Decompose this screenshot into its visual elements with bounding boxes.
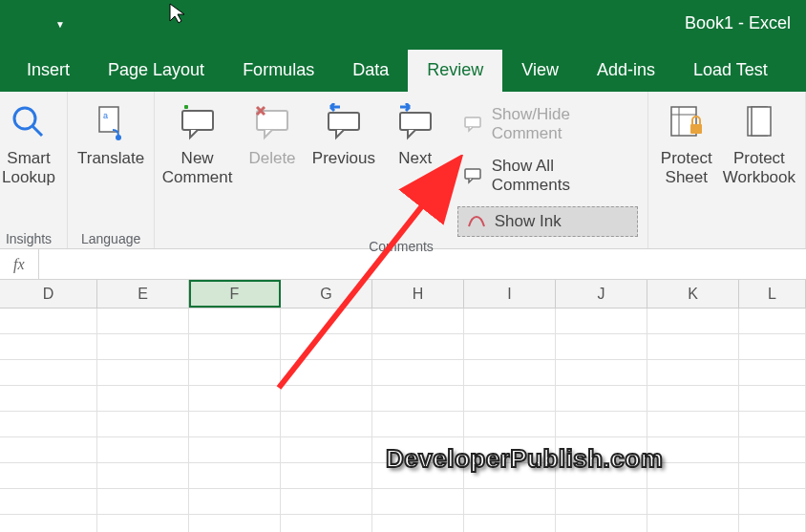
svg-rect-6: [257, 111, 287, 130]
svg-point-0: [14, 108, 35, 129]
tab-formulas[interactable]: Formulas: [223, 50, 333, 92]
title-bar: ▼ Book1 - Excel: [0, 0, 806, 46]
app-title: Book1 - Excel: [685, 13, 791, 33]
table-row[interactable]: [0, 412, 806, 437]
svg-rect-7: [329, 113, 359, 130]
group-language-label: Language: [77, 229, 144, 246]
group-changes-label: [658, 245, 795, 246]
next-label: Next: [398, 149, 432, 168]
show-all-comments-button[interactable]: Show All Comments: [457, 155, 638, 197]
new-comment-icon: [177, 101, 219, 143]
svg-point-4: [116, 135, 121, 140]
smart-lookup-label: Smart Lookup: [2, 149, 55, 188]
svg-rect-10: [465, 169, 480, 179]
table-row[interactable]: [0, 334, 806, 360]
table-row[interactable]: [0, 463, 806, 489]
translate-button[interactable]: a Translate: [77, 97, 144, 168]
group-insights-label: Insights: [0, 229, 57, 246]
col-header-h[interactable]: H: [372, 280, 464, 308]
translate-icon: a: [90, 101, 132, 143]
grid-rows-container: [0, 309, 806, 532]
qat-dropdown-icon[interactable]: ▼: [55, 19, 65, 30]
ink-icon: [466, 211, 487, 232]
table-row[interactable]: [0, 489, 806, 515]
svg-rect-16: [752, 107, 771, 136]
translate-label: Translate: [77, 149, 144, 168]
show-hide-comment-button: Show/Hide Comment: [457, 103, 638, 145]
show-ink-label: Show Ink: [495, 212, 562, 231]
fx-icon[interactable]: fx: [0, 249, 39, 279]
tab-data[interactable]: Data: [333, 50, 408, 92]
table-row[interactable]: [0, 309, 806, 334]
svg-rect-9: [465, 117, 480, 127]
formula-input[interactable]: [39, 257, 806, 272]
delete-icon: [251, 101, 293, 143]
ribbon: Smart Lookup Insights a Translate Langua…: [0, 92, 806, 249]
svg-line-1: [32, 126, 42, 136]
new-comment-label: New Comment: [162, 149, 233, 188]
ribbon-tabs: Insert Page Layout Formulas Data Review …: [0, 46, 806, 92]
protect-sheet-button[interactable]: Protect Sheet: [658, 97, 715, 188]
new-comment-button[interactable]: New Comment: [164, 97, 230, 188]
svg-rect-14: [690, 124, 702, 134]
col-header-d[interactable]: D: [0, 280, 97, 308]
tab-pagelayout[interactable]: Page Layout: [89, 50, 223, 92]
tab-addins[interactable]: Add-ins: [578, 50, 674, 92]
tab-loadtest[interactable]: Load Test: [674, 50, 787, 92]
tab-insert[interactable]: Insert: [8, 50, 89, 92]
protect-workbook-button[interactable]: Protect Workbook: [729, 97, 795, 188]
search-icon: [8, 101, 50, 143]
tab-review[interactable]: Review: [408, 50, 502, 92]
next-icon: [394, 101, 436, 143]
col-header-i[interactable]: I: [464, 280, 556, 308]
protect-workbook-label: Protect Workbook: [723, 149, 795, 188]
col-header-k[interactable]: K: [647, 280, 739, 308]
col-header-j[interactable]: J: [556, 280, 647, 308]
show-ink-button[interactable]: Show Ink: [457, 206, 638, 237]
delete-label: Delete: [248, 149, 295, 168]
table-row[interactable]: [0, 437, 806, 463]
previous-comment-button[interactable]: Previous: [314, 97, 373, 168]
show-hide-comment-label: Show/Hide Comment: [492, 105, 632, 143]
svg-rect-5: [182, 111, 213, 130]
group-comments-label: Comments: [164, 237, 638, 254]
next-comment-button[interactable]: Next: [387, 97, 444, 168]
protect-sheet-label: Protect Sheet: [661, 149, 712, 188]
table-row[interactable]: [0, 386, 806, 412]
smart-lookup-button[interactable]: Smart Lookup: [0, 97, 57, 188]
col-header-l[interactable]: L: [739, 280, 806, 308]
column-headers: D E F G H I J K L: [0, 280, 806, 309]
show-all-comments-label: Show All Comments: [492, 157, 632, 195]
col-header-g[interactable]: G: [281, 280, 372, 308]
svg-rect-8: [400, 113, 431, 130]
previous-label: Previous: [312, 149, 375, 168]
tab-view[interactable]: View: [502, 50, 578, 92]
comment-icon: [463, 114, 484, 135]
col-header-e[interactable]: E: [97, 280, 189, 308]
protect-sheet-icon: [666, 101, 708, 143]
delete-comment-button: Delete: [244, 97, 301, 168]
previous-icon: [323, 101, 365, 143]
svg-rect-2: [99, 107, 118, 132]
table-row[interactable]: [0, 360, 806, 386]
svg-text:a: a: [103, 111, 108, 120]
col-header-f[interactable]: F: [189, 280, 281, 308]
protect-workbook-icon: [741, 101, 783, 143]
table-row[interactable]: [0, 515, 806, 532]
comments-icon: [463, 165, 484, 186]
